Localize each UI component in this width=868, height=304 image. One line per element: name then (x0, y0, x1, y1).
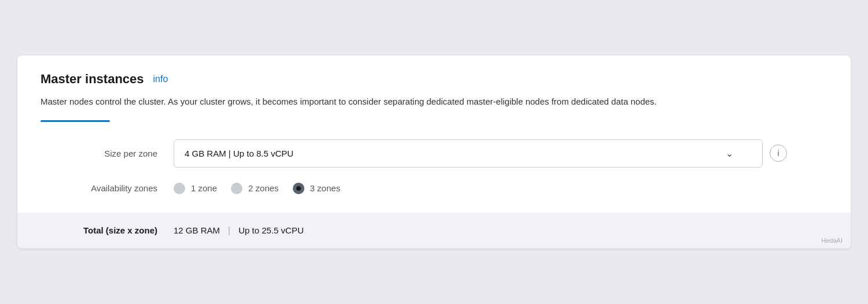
total-label: Total (size x zone) (41, 225, 174, 235)
availability-zones-label: Availability zones (46, 183, 174, 193)
availability-zones-radio-group: 1 zone 2 zones 3 zones (174, 183, 340, 194)
zone-2-radio-dot (231, 183, 242, 194)
availability-zones-row: Availability zones 1 zone 2 zones 3 zone… (46, 183, 822, 194)
card-body: Master instances info Master nodes contr… (17, 55, 851, 212)
zone-1-radio-dot (174, 183, 185, 194)
zone-3-radio-dot (293, 183, 304, 194)
chevron-down-icon: ⌄ (726, 148, 733, 159)
zone-2-label: 2 zones (248, 183, 279, 193)
info-link[interactable]: info (153, 74, 168, 84)
card-title: Master instances (41, 72, 144, 87)
size-per-zone-select[interactable]: 4 GB RAM | Up to 8.5 vCPU ⌄ (174, 139, 763, 168)
master-instances-card: Master instances info Master nodes contr… (17, 55, 851, 248)
card-description: Master nodes control the cluster. As you… (41, 95, 677, 108)
total-ram: 12 GB RAM (174, 225, 220, 235)
blue-divider (41, 120, 110, 122)
zone-1-label: 1 zone (191, 183, 217, 193)
size-per-zone-value: 4 GB RAM | Up to 8.5 vCPU (185, 149, 293, 158)
watermark: HedaAI (821, 237, 843, 244)
size-per-zone-wrapper: 4 GB RAM | Up to 8.5 vCPU ⌄ i (174, 139, 787, 168)
info-icon-symbol: i (777, 149, 779, 158)
zone-option-1[interactable]: 1 zone (174, 183, 217, 194)
card-footer: Total (size x zone) 12 GB RAM | Up to 25… (17, 213, 851, 249)
size-per-zone-row: Size per zone 4 GB RAM | Up to 8.5 vCPU … (46, 139, 822, 168)
total-cpu: Up to 25.5 vCPU (238, 225, 304, 235)
size-info-icon[interactable]: i (770, 144, 787, 162)
footer-separator: | (228, 225, 230, 236)
form-section: Size per zone 4 GB RAM | Up to 8.5 vCPU … (41, 139, 827, 194)
zone-3-label: 3 zones (310, 183, 341, 193)
zone-option-2[interactable]: 2 zones (231, 183, 279, 194)
size-per-zone-label: Size per zone (46, 149, 174, 158)
card-header: Master instances info (41, 72, 827, 87)
zone-option-3[interactable]: 3 zones (293, 183, 341, 194)
